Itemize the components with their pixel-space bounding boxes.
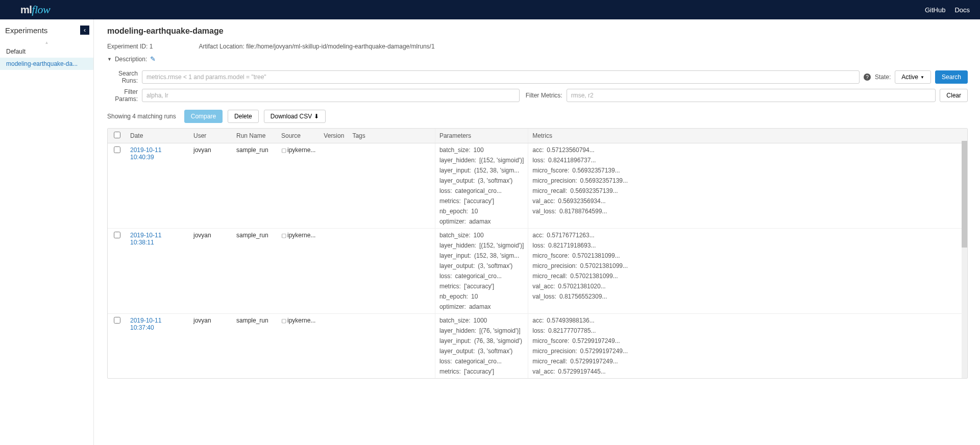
- caret-down-icon: ▼: [920, 75, 924, 80]
- metric-item: loss:0.82171918693...: [532, 242, 963, 249]
- metric-item: val_acc:0.57021381020...: [532, 283, 963, 290]
- download-csv-label: Download CSV: [271, 113, 312, 120]
- github-link[interactable]: GitHub: [925, 6, 945, 14]
- run-name: sample_run: [232, 229, 277, 314]
- metric-item: micro_fscore:0.57299197249...: [532, 337, 963, 344]
- state-label: State:: [875, 73, 891, 81]
- compare-button[interactable]: Compare: [184, 110, 223, 123]
- col-date[interactable]: Date: [126, 129, 189, 143]
- col-tags[interactable]: Tags: [348, 129, 435, 143]
- metric-item: micro_precision:0.57021381099...: [532, 262, 963, 269]
- metric-item: val_acc:0.57299197445...: [532, 368, 963, 375]
- sidebar-scroll-up-icon[interactable]: ▲: [0, 40, 93, 45]
- run-name: sample_run: [232, 314, 277, 379]
- row-checkbox[interactable]: [114, 232, 120, 238]
- table-scrollbar-thumb[interactable]: [962, 141, 967, 248]
- param-item: layer_input:(152, 38, 'sigm...: [439, 252, 524, 259]
- notebook-icon: ▢: [281, 317, 286, 324]
- clear-button[interactable]: Clear: [940, 89, 968, 102]
- collapse-sidebar-button[interactable]: ‹: [80, 26, 89, 35]
- run-tags: [348, 143, 435, 229]
- select-all-checkbox[interactable]: [114, 132, 120, 138]
- metric-item: micro_precision:0.56932357139...: [532, 177, 963, 184]
- param-item: metrics:['accuracy']: [439, 197, 524, 205]
- artifact-location-value: file:/home/jovyan/ml-skillup-id/modeling…: [246, 43, 435, 50]
- col-user[interactable]: User: [189, 129, 232, 143]
- col-version[interactable]: Version: [320, 129, 348, 143]
- notebook-icon: ▢: [281, 232, 286, 238]
- row-checkbox[interactable]: [114, 146, 120, 153]
- metric-item: micro_fscore:0.56932357139...: [532, 167, 963, 174]
- runs-table: Date User Run Name Source Version Tags P…: [108, 129, 967, 378]
- param-item: layer_hidden:[(152, 'sigmoid')]: [439, 157, 524, 164]
- run-source: ▢ipykerne...: [277, 229, 320, 314]
- run-user: jovyan: [189, 229, 232, 314]
- search-runs-input[interactable]: [142, 70, 860, 84]
- col-parameters[interactable]: Parameters: [435, 129, 528, 143]
- run-source: ▢ipykerne...: [277, 314, 320, 379]
- run-date-link[interactable]: 2019-10-11 10:38:11: [130, 232, 161, 246]
- description-caret-icon[interactable]: ▼: [107, 57, 112, 62]
- run-version: [320, 314, 348, 379]
- page-title: modeling-earthquake-damage: [107, 27, 968, 36]
- experiment-id-value: 1: [150, 43, 153, 50]
- row-checkbox[interactable]: [114, 317, 120, 324]
- filter-params-label: Filter Params:: [107, 88, 138, 103]
- run-user: jovyan: [189, 314, 232, 379]
- table-row: 2019-10-11 10:38:11jovyansample_run▢ipyk…: [108, 229, 967, 314]
- description-label: Description:: [115, 56, 147, 63]
- param-item: layer_hidden:[(152, 'sigmoid')]: [439, 242, 524, 249]
- download-icon: ⬇: [314, 113, 319, 120]
- run-source: ▢ipykerne...: [277, 143, 320, 229]
- param-item: batch_size:100: [439, 232, 524, 239]
- table-row: 2019-10-11 10:40:39jovyansample_run▢ipyk…: [108, 143, 967, 229]
- sidebar-title: Experiments: [5, 26, 47, 35]
- param-item: layer_output:(3, 'softmax'): [439, 348, 524, 355]
- chevron-left-icon: ‹: [84, 27, 86, 34]
- table-scrollbar[interactable]: [962, 141, 967, 378]
- run-date-link[interactable]: 2019-10-11 10:37:40: [130, 317, 161, 331]
- param-item: batch_size:1000: [439, 317, 524, 324]
- param-item: loss:categorical_cro...: [439, 358, 524, 365]
- state-dropdown[interactable]: Active ▼: [895, 70, 931, 84]
- artifact-location-label: Artifact Location:: [199, 43, 244, 50]
- run-user: jovyan: [189, 143, 232, 229]
- metric-item: micro_precision:0.57299197249...: [532, 348, 963, 355]
- table-row: 2019-10-11 10:37:40jovyansample_run▢ipyk…: [108, 314, 967, 379]
- metric-item: val_loss:0.81788764599...: [532, 208, 963, 215]
- metric-item: micro_recall:0.56932357139...: [532, 187, 963, 194]
- sidebar-experiment-item[interactable]: modeling-earthquake-da...: [0, 58, 93, 70]
- search-button[interactable]: Search: [935, 70, 968, 84]
- param-item: optimizer:adamax: [439, 218, 524, 225]
- metric-item: val_loss:0.81756552309...: [532, 293, 963, 300]
- filter-params-input[interactable]: [142, 89, 520, 102]
- logo[interactable]: mlflow: [20, 3, 50, 16]
- col-metrics[interactable]: Metrics: [528, 129, 967, 143]
- col-source[interactable]: Source: [277, 129, 320, 143]
- runs-table-wrap: Date User Run Name Source Version Tags P…: [107, 128, 968, 379]
- metric-item: micro_fscore:0.57021381099...: [532, 252, 963, 259]
- param-item: loss:categorical_cro...: [439, 187, 524, 194]
- metric-item: val_acc:0.56932356934...: [532, 197, 963, 205]
- metric-item: micro_recall:0.57299197249...: [532, 358, 963, 365]
- param-item: layer_output:(3, 'softmax'): [439, 262, 524, 269]
- docs-link[interactable]: Docs: [954, 6, 970, 14]
- search-help-icon[interactable]: ?: [864, 73, 871, 81]
- run-date-link[interactable]: 2019-10-11 10:40:39: [130, 146, 161, 161]
- state-dropdown-label: Active: [901, 73, 918, 81]
- run-tags: [348, 229, 435, 314]
- col-run-name[interactable]: Run Name: [232, 129, 277, 143]
- edit-description-icon[interactable]: ✎: [150, 55, 156, 63]
- param-item: metrics:['accuracy']: [439, 283, 524, 290]
- filter-metrics-label: Filter Metrics:: [524, 92, 562, 99]
- filter-metrics-input[interactable]: [567, 89, 936, 102]
- param-item: layer_input:(76, 38, 'sigmoid'): [439, 337, 524, 344]
- param-item: layer_input:(152, 38, 'sigm...: [439, 167, 524, 174]
- delete-button[interactable]: Delete: [228, 110, 259, 123]
- metric-item: acc:0.57123560794...: [532, 146, 963, 154]
- metric-item: loss:0.82411896737...: [532, 157, 963, 164]
- download-csv-button[interactable]: Download CSV ⬇: [264, 110, 326, 123]
- experiment-id-label: Experiment ID:: [107, 43, 148, 50]
- app-header: mlflow GitHub Docs: [0, 0, 980, 19]
- sidebar-experiment-item[interactable]: Default: [0, 45, 93, 58]
